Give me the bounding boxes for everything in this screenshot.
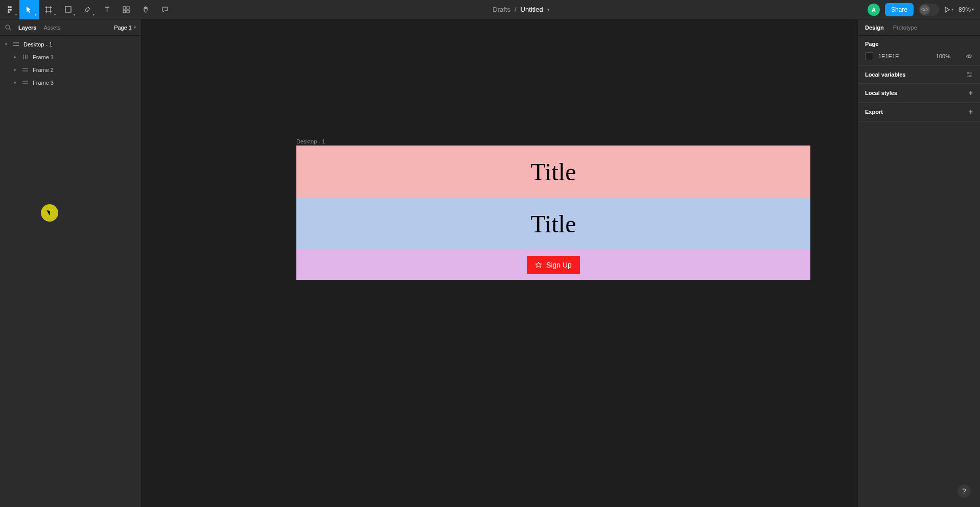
expand-icon[interactable]: ▸ xyxy=(14,80,19,85)
resources-tool-button[interactable] xyxy=(116,0,136,19)
play-icon xyxy=(944,7,950,13)
section-title-local-variables: Local variables xyxy=(865,71,906,78)
comment-tool-button[interactable] xyxy=(155,0,175,19)
toolbar-left: ▾ ▾ ▾ ▾ ▾ xyxy=(0,0,175,19)
shape-tool-button[interactable]: ▾ xyxy=(58,0,78,19)
expand-icon[interactable]: ▸ xyxy=(14,67,19,72)
svg-rect-5 xyxy=(65,7,71,12)
tab-prototype[interactable]: Prototype xyxy=(893,25,917,31)
move-tool-button[interactable]: ▾ xyxy=(19,0,39,19)
layer-row-frame3[interactable]: ▸ Frame 3 xyxy=(0,76,141,89)
desktop-frame[interactable]: Title Title Sign Up xyxy=(296,146,810,280)
present-button[interactable]: ▾ xyxy=(944,7,953,13)
layer-tree: ▾ Desktop - 1 ▸ Frame 1 ▸ Frame 2 ▸ xyxy=(0,36,141,89)
chevron-down-icon: ▾ xyxy=(134,25,136,30)
figma-menu-button[interactable]: ▾ xyxy=(0,0,19,19)
signup-button[interactable]: Sign Up xyxy=(527,256,580,274)
layer-row-root[interactable]: ▾ Desktop - 1 xyxy=(0,38,141,51)
chevron-down-icon[interactable]: ▾ xyxy=(547,7,550,12)
frame-section-1[interactable]: Title xyxy=(296,146,810,198)
frame-icon xyxy=(22,67,30,73)
layer-label: Desktop - 1 xyxy=(24,41,52,47)
svg-rect-7 xyxy=(127,7,129,9)
svg-rect-6 xyxy=(123,7,126,9)
cursor-marker xyxy=(41,204,58,222)
tab-assets[interactable]: Assets xyxy=(43,25,60,31)
toolbar-center: Drafts / Untitled ▾ xyxy=(493,6,549,13)
devmode-toggle[interactable]: </> xyxy=(919,4,939,16)
breadcrumb-separator: / xyxy=(515,6,517,13)
breadcrumb-root[interactable]: Drafts xyxy=(493,6,510,13)
left-tabs-group: Layers Assets xyxy=(5,25,61,31)
hand-tool-button[interactable] xyxy=(136,0,155,19)
rectangle-icon xyxy=(65,6,72,13)
frame-section-2[interactable]: Title xyxy=(296,198,810,250)
frame-tool-button[interactable]: ▾ xyxy=(39,0,58,19)
canvas[interactable]: Desktop - 1 Title Title Sign Up xyxy=(142,19,857,507)
page-selector[interactable]: Page 1 ▾ xyxy=(114,25,136,31)
avatar[interactable]: A xyxy=(868,4,880,16)
svg-point-10 xyxy=(6,25,10,29)
svg-point-11 xyxy=(968,55,970,57)
chevron-down-icon: ▾ xyxy=(951,7,953,12)
settings-icon[interactable] xyxy=(966,71,973,78)
title-text-2[interactable]: Title xyxy=(531,210,576,238)
color-swatch[interactable] xyxy=(865,52,873,60)
section-title-page: Page xyxy=(865,41,973,47)
chevron-down-icon: ▾ xyxy=(35,13,36,16)
section-title-local-styles: Local styles xyxy=(865,90,897,96)
text-tool-button[interactable] xyxy=(97,0,116,19)
visibility-icon[interactable] xyxy=(966,54,973,59)
section-local-styles: Local styles + xyxy=(858,84,980,103)
layer-row-frame2[interactable]: ▸ Frame 2 xyxy=(0,63,141,76)
section-title-export: Export xyxy=(865,109,883,115)
svg-point-12 xyxy=(968,73,969,74)
comment-icon xyxy=(161,6,169,13)
left-panel-tabs: Layers Assets Page 1 ▾ xyxy=(0,19,141,36)
chevron-down-icon: ▾ xyxy=(74,13,75,16)
svg-rect-8 xyxy=(123,10,126,13)
chevron-down-icon: ▾ xyxy=(93,13,95,16)
section-export: Export + xyxy=(858,103,980,122)
svg-rect-4 xyxy=(8,11,10,13)
canvas-frame-label[interactable]: Desktop - 1 xyxy=(296,138,325,144)
svg-point-3 xyxy=(10,9,12,11)
resources-icon xyxy=(123,6,130,13)
right-panel-tabs: Design Prototype xyxy=(858,19,980,36)
zoom-value: 89% xyxy=(959,6,971,13)
color-hex[interactable]: 1E1E1E xyxy=(878,53,899,59)
pen-tool-button[interactable]: ▾ xyxy=(78,0,97,19)
section-page: Page 1E1E1E 100% xyxy=(858,36,980,66)
plus-icon[interactable]: + xyxy=(969,89,973,97)
toolbar-right: A Share </> ▾ 89% ▾ xyxy=(868,3,980,16)
code-icon: </> xyxy=(920,5,930,15)
search-icon[interactable] xyxy=(5,25,11,31)
left-panel: Layers Assets Page 1 ▾ ▾ Desktop - 1 ▸ F… xyxy=(0,19,142,507)
layer-label: Frame 1 xyxy=(33,54,54,60)
help-button[interactable]: ? xyxy=(958,485,971,498)
hand-icon xyxy=(142,6,149,13)
title-text-1[interactable]: Title xyxy=(531,158,576,186)
share-button[interactable]: Share xyxy=(885,3,914,16)
star-icon xyxy=(535,261,542,269)
figma-icon xyxy=(6,6,13,13)
frame-section-3[interactable]: Sign Up xyxy=(296,250,810,280)
expand-icon[interactable]: ▾ xyxy=(5,42,10,46)
tab-design[interactable]: Design xyxy=(865,25,884,31)
text-icon xyxy=(104,6,110,13)
layer-row-frame1[interactable]: ▸ Frame 1 xyxy=(0,51,141,63)
signup-label: Sign Up xyxy=(546,261,572,269)
plus-icon[interactable]: + xyxy=(969,108,973,116)
svg-rect-2 xyxy=(8,9,10,11)
layer-label: Frame 3 xyxy=(33,80,54,86)
svg-rect-1 xyxy=(10,6,12,8)
chevron-down-icon: ▾ xyxy=(972,7,974,12)
tab-layers[interactable]: Layers xyxy=(18,25,36,31)
expand-icon[interactable]: ▸ xyxy=(14,55,19,59)
layer-label: Frame 2 xyxy=(33,67,54,73)
page-color-row[interactable]: 1E1E1E 100% xyxy=(865,52,973,60)
color-opacity[interactable]: 100% xyxy=(936,53,950,59)
document-title[interactable]: Untitled xyxy=(521,6,543,13)
cursor-icon xyxy=(26,6,32,13)
zoom-control[interactable]: 89% ▾ xyxy=(959,6,974,13)
